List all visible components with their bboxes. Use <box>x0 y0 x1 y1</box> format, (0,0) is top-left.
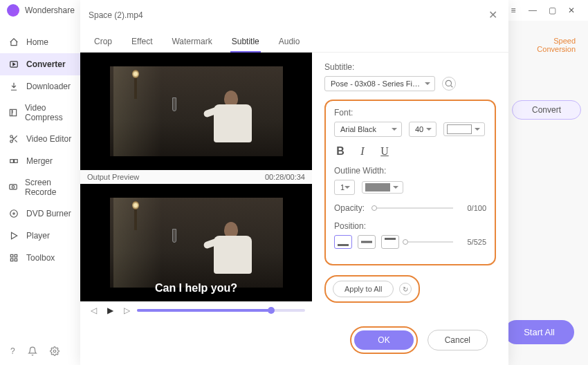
sidebar-label: Video Compress <box>25 103 73 122</box>
outline-color-select[interactable] <box>362 181 403 194</box>
modal-footer: OK Cancel <box>80 319 508 365</box>
output-preview: Can I help you? <box>80 184 312 301</box>
reset-icon[interactable]: ↻ <box>399 283 412 295</box>
outline-width-select[interactable]: 1 <box>334 180 355 195</box>
prev-icon[interactable]: ◁ <box>87 306 100 315</box>
svg-point-2 <box>10 135 13 138</box>
editor-modal: Space (2).mp4 ✕ Crop Effect Watermark Su… <box>80 0 508 365</box>
apply-all-button[interactable]: Apply to All <box>333 281 394 297</box>
apply-all-group: Apply to All ↻ <box>324 275 420 303</box>
scissors-icon <box>8 133 19 144</box>
sidebar-item-compressor[interactable]: Video Compress <box>0 97 81 128</box>
player-controls: ◁ ▶ ▷ <box>80 301 312 319</box>
sidebar-label: Converter <box>26 59 66 69</box>
app-name: Wondershare <box>25 6 75 15</box>
sidebar-label: Player <box>26 231 50 241</box>
bell-icon[interactable] <box>28 346 37 358</box>
maximize-icon[interactable]: ▢ <box>542 1 562 20</box>
sidebar-item-player[interactable]: Player <box>0 225 81 247</box>
cancel-button[interactable]: Cancel <box>428 330 488 350</box>
close-icon[interactable]: ✕ <box>486 6 500 24</box>
svg-rect-12 <box>15 254 17 257</box>
home-icon <box>8 37 19 48</box>
progress-bar[interactable] <box>137 309 305 312</box>
sidebar-label: DVD Burner <box>26 209 71 218</box>
play-icon <box>8 230 19 241</box>
font-label: Font: <box>334 108 486 118</box>
editor-tabs: Crop Effect Watermark Subtitle Audio <box>80 30 508 53</box>
sidebar-item-downloader[interactable]: Downloader <box>0 75 81 97</box>
search-subtitle-icon[interactable] <box>442 77 456 91</box>
modal-title: Space (2).mp4 <box>89 10 143 20</box>
svg-rect-4 <box>10 160 14 163</box>
sidebar-item-dvd[interactable]: DVD Burner <box>0 203 81 225</box>
time-display: 00:28/00:34 <box>265 173 305 181</box>
close-window-icon[interactable]: ✕ <box>562 1 581 20</box>
start-all-button[interactable]: Start All <box>504 320 574 344</box>
position-middle-button[interactable] <box>358 235 376 249</box>
preview-column: Output Preview 00:28/00:34 Can I help yo… <box>80 53 312 319</box>
svg-point-7 <box>12 186 15 189</box>
footer-icons: ? <box>10 346 59 358</box>
sidebar-item-toolbox[interactable]: Toolbox <box>0 247 81 269</box>
bold-button[interactable]: B <box>334 145 347 158</box>
tab-watermark[interactable]: Watermark <box>170 32 213 52</box>
svg-point-15 <box>53 350 56 353</box>
right-panel: Speed Conversion Convert <box>512 31 581 120</box>
position-top-button[interactable] <box>381 235 399 249</box>
font-settings-group: Font: Arial Black 40 B I U Outline Width… <box>324 100 496 265</box>
sidebar-label: Toolbox <box>26 253 55 263</box>
position-label: Position: <box>334 221 486 231</box>
tab-effect[interactable]: Effect <box>130 32 154 52</box>
subtitle-overlay: Can I help you? <box>80 282 312 294</box>
tab-crop[interactable]: Crop <box>93 32 113 52</box>
svg-marker-10 <box>12 232 17 238</box>
download-icon <box>8 81 19 92</box>
speed-conversion-link[interactable]: Speed Conversion <box>512 31 581 59</box>
sidebar-label: Merger <box>26 156 53 166</box>
converter-icon <box>8 59 19 70</box>
svg-point-9 <box>13 213 15 214</box>
play-button-icon[interactable]: ▶ <box>104 306 116 315</box>
svg-rect-5 <box>15 160 18 163</box>
sidebar-item-merger[interactable]: Merger <box>0 150 81 172</box>
tab-audio[interactable]: Audio <box>277 32 302 52</box>
opacity-slider[interactable] <box>373 207 453 209</box>
opacity-value: 0/100 <box>459 204 486 212</box>
modal-header: Space (2).mp4 ✕ <box>80 0 508 30</box>
subtitle-label: Subtitle: <box>324 62 496 72</box>
font-size-select[interactable]: 40 <box>409 122 437 137</box>
minimize-icon[interactable]: — <box>523 1 542 20</box>
merge-icon <box>8 156 19 167</box>
position-bottom-button[interactable] <box>334 235 352 249</box>
font-color-select[interactable] <box>443 122 485 136</box>
sidebar-label: Screen Recorde <box>25 178 73 197</box>
sidebar: Home Converter Downloader Video Compress… <box>0 21 82 365</box>
next-icon[interactable]: ▷ <box>120 306 133 315</box>
position-slider[interactable] <box>405 241 453 243</box>
original-preview <box>80 53 312 170</box>
sidebar-item-recorder[interactable]: Screen Recorde <box>0 172 81 203</box>
tab-subtitle[interactable]: Subtitle <box>230 32 261 52</box>
convert-button[interactable]: Convert <box>512 100 581 120</box>
sidebar-item-converter[interactable]: Converter <box>0 53 81 75</box>
svg-rect-11 <box>10 254 13 257</box>
underline-button[interactable]: U <box>378 145 391 158</box>
app-logo-icon <box>7 4 19 17</box>
ok-button[interactable]: OK <box>354 330 413 350</box>
sidebar-item-editor[interactable]: Video Editor <box>0 128 81 150</box>
svg-rect-13 <box>10 259 13 261</box>
svg-rect-14 <box>15 259 17 261</box>
outline-label: Outline Width: <box>334 166 486 176</box>
subtitle-select[interactable]: Pose - 03x08 - Series Finale Part 2.WE <box>324 76 435 91</box>
font-family-select[interactable]: Arial Black <box>334 122 402 137</box>
italic-button[interactable]: I <box>356 145 369 158</box>
sidebar-label: Home <box>26 37 48 47</box>
sidebar-item-home[interactable]: Home <box>0 31 81 53</box>
settings-icon[interactable] <box>50 346 59 358</box>
subtitle-settings: Subtitle: Pose - 03x08 - Series Finale P… <box>312 53 508 319</box>
opacity-label: Opacity: <box>334 203 367 213</box>
help-icon[interactable]: ? <box>10 346 15 358</box>
compress-icon <box>8 107 18 118</box>
svg-point-16 <box>445 80 451 86</box>
